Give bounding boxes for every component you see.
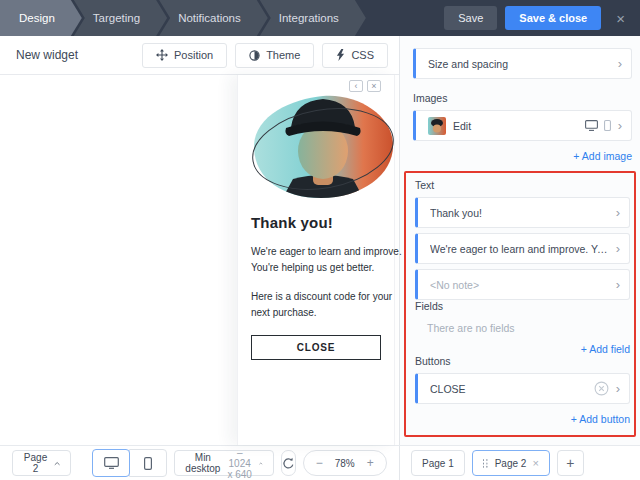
chevron-right-icon: › (616, 278, 620, 291)
tab-integrations-label: Integrations (279, 12, 339, 24)
preview-controls: ‹ × (251, 80, 381, 92)
theme-icon (249, 50, 260, 61)
zoom-control: − 78% + (303, 450, 387, 476)
css-label: CSS (351, 49, 374, 61)
image-thumbnail (428, 117, 446, 135)
buttons-section-label: Buttons (415, 355, 630, 367)
position-button[interactable]: Position (142, 43, 227, 68)
position-icon (156, 49, 168, 61)
chevron-right-icon: › (618, 57, 622, 70)
chevron-right-icon: › (616, 242, 620, 255)
tab-design[interactable]: Design (0, 0, 82, 36)
widget-body-text: We're eager to learn and improve. You're… (251, 244, 381, 276)
chevron-right-icon: › (618, 119, 622, 132)
save-button[interactable]: Save (444, 6, 497, 30)
bottom-bar-left: Page 2 Min desktop – 1024 x 640 − (0, 446, 400, 480)
body-line: We're eager to learn and improve. (251, 244, 381, 260)
caret-up-icon (259, 461, 263, 466)
mobile-icon (144, 457, 152, 470)
theme-button[interactable]: Theme (235, 43, 314, 68)
zoom-in-button[interactable]: + (365, 456, 376, 470)
button-item-label: CLOSE (430, 383, 587, 395)
text-item-label: We're eager to learn and improve. You're… (430, 243, 609, 255)
image-edit-row[interactable]: Edit › (413, 110, 632, 141)
body-line: You're helping us get better. (251, 260, 381, 276)
portrait-photo (251, 93, 395, 201)
toolbar-actions: Position Theme CSS (142, 43, 388, 68)
page-tab-1[interactable]: Page 1 (411, 450, 465, 476)
top-navigation-bar: Design Targeting Notifications Integrati… (0, 0, 640, 36)
mobile-icon (604, 120, 611, 131)
widget-title: New widget (16, 48, 78, 62)
chevron-right-icon: › (616, 382, 620, 395)
preview-close-icon[interactable]: × (367, 80, 381, 92)
widget-toolbar: New widget Position Theme CSS (0, 36, 399, 75)
device-visibility-icons (585, 120, 611, 131)
close-editor-icon[interactable]: × (609, 10, 632, 27)
highlighted-sections: Text Thank you! › We're eager to learn a… (404, 171, 636, 437)
text-item-row[interactable]: Thank you! › (415, 197, 630, 228)
tab-design-label: Design (19, 12, 55, 24)
widget-hero-image (251, 93, 395, 201)
page-selector-dropdown[interactable]: Page 2 (12, 450, 71, 476)
text-section-label: Text (415, 179, 630, 191)
widget-heading: Thank you! (251, 214, 381, 231)
widget-close-button[interactable]: CLOSE (251, 335, 381, 360)
save-and-close-button[interactable]: Save & close (505, 6, 601, 30)
images-section-label: Images (413, 92, 632, 104)
refresh-icon (282, 457, 295, 470)
circle-close-icon[interactable] (594, 381, 609, 396)
desktop-view-button[interactable] (92, 449, 130, 477)
chevron-right-icon: › (616, 206, 620, 219)
size-and-spacing-label: Size and spacing (428, 58, 611, 70)
mobile-view-button[interactable] (129, 449, 167, 477)
text-item-label: Thank you! (430, 207, 609, 219)
tab-targeting[interactable]: Targeting (74, 0, 167, 36)
page-tab-2[interactable]: Page 2 × (472, 450, 550, 476)
text-item-row[interactable]: We're eager to learn and improve. You're… (415, 233, 630, 264)
fields-empty-text: There are no fields (415, 322, 630, 334)
screen-size-label: Min desktop (185, 452, 220, 474)
add-image-link[interactable]: + Add image (413, 150, 632, 162)
size-and-spacing-row[interactable]: Size and spacing › (413, 48, 632, 79)
preview-canvas: ‹ × (0, 75, 399, 445)
left-pane: New widget Position Theme CSS (0, 36, 400, 445)
preview-back-icon[interactable]: ‹ (349, 80, 363, 92)
bottom-bar: Page 2 Min desktop – 1024 x 640 − (0, 445, 640, 480)
zoom-out-button[interactable]: − (314, 456, 325, 470)
add-page-button[interactable]: + (557, 450, 584, 476)
drag-handle-icon[interactable] (483, 458, 489, 468)
widget-body-text-2: Here is a discount code for your next pu… (251, 289, 381, 321)
lightning-icon (336, 49, 345, 61)
refresh-preview-button[interactable] (281, 450, 296, 476)
tab-notifications-label: Notifications (178, 12, 241, 24)
page-selector-value: Page 2 (23, 452, 48, 474)
tab-integrations[interactable]: Integrations (260, 0, 366, 36)
desktop-icon (104, 457, 119, 469)
tab-notifications[interactable]: Notifications (159, 0, 268, 36)
body-line: next purchase. (251, 305, 381, 321)
fields-section-label: Fields (415, 300, 630, 312)
settings-panel: Size and spacing › Images Edit › + Add i… (400, 36, 640, 445)
css-button[interactable]: CSS (322, 43, 388, 68)
theme-label: Theme (266, 49, 300, 61)
tab-targeting-label: Targeting (93, 12, 140, 24)
desktop-icon (585, 120, 598, 131)
position-label: Position (174, 49, 213, 61)
body-line: Here is a discount code for your (251, 289, 381, 305)
bottom-bar-right: Page 1 Page 2 × + (400, 446, 640, 480)
zoom-level-value: 78% (335, 458, 355, 469)
topbar-actions: Save Save & close × (444, 0, 640, 36)
main-area: New widget Position Theme CSS (0, 36, 640, 445)
widget-preview: ‹ × (237, 75, 395, 445)
device-toggle-group (92, 449, 167, 477)
screen-size-dropdown[interactable]: Min desktop – 1024 x 640 (174, 450, 273, 476)
button-item-row[interactable]: CLOSE › (415, 373, 630, 404)
screen-size-value: – 1024 x 640 (226, 447, 253, 480)
text-item-row-note[interactable]: <No note> › (415, 269, 630, 300)
close-page-icon[interactable]: × (532, 458, 538, 469)
add-button-link[interactable]: + Add button (415, 413, 630, 425)
main-tabs: Design Targeting Notifications Integrati… (0, 0, 366, 36)
image-edit-label: Edit (453, 120, 578, 132)
add-field-link[interactable]: + Add field (415, 343, 630, 355)
